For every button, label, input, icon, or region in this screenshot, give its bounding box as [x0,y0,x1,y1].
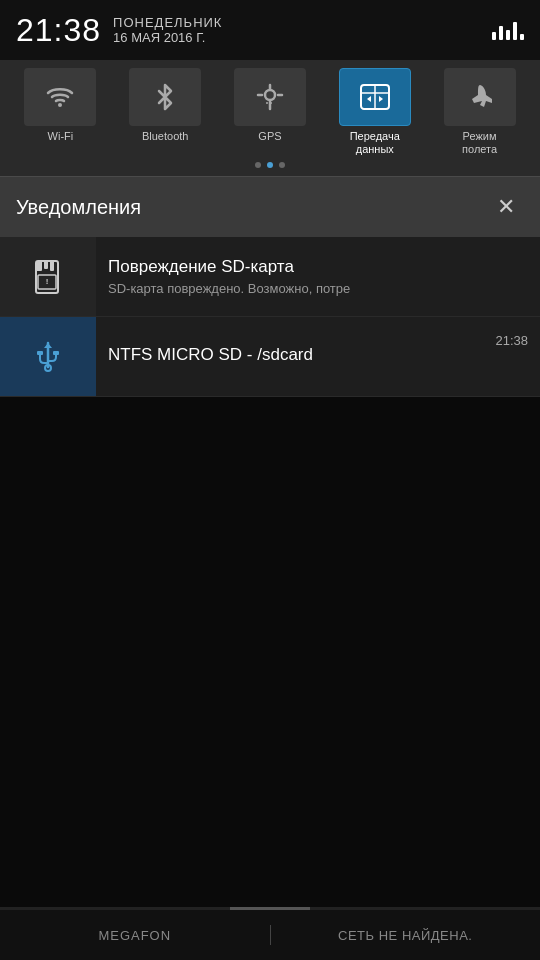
network-status: СЕТЬ НЕ НАЙДЕНА. [271,928,541,943]
svg-rect-5 [36,261,42,271]
qs-gps[interactable]: GPS [222,68,318,156]
carrier-name: MEGAFON [0,928,270,943]
usb-icon-area [0,317,96,396]
usb-icon [30,339,66,375]
airplane-icon-wrapper [444,68,516,126]
sd-damage-subtitle: SD-карта повреждено. Возможно, потре [108,281,528,296]
svg-rect-7 [50,261,54,271]
svg-rect-6 [44,261,48,269]
data-transfer-icon [357,79,393,115]
notifications-title: Уведомления [16,196,141,219]
sd-icon-area: ! [0,237,96,316]
qs-data-transfer[interactable]: Передачаданных [327,68,423,156]
qs-bluetooth[interactable]: Bluetooth [117,68,213,156]
svg-rect-11 [53,351,59,355]
sd-card-icon: ! [28,257,68,297]
dot-3 [279,162,285,168]
date-text: 16 МАЯ 2016 Г. [113,30,205,45]
wifi-icon-wrapper [24,68,96,126]
time-display: 21:38 [16,12,101,49]
svg-text:!: ! [46,277,49,286]
wifi-icon [44,81,76,113]
gps-icon-wrapper [234,68,306,126]
ntfs-sd-content: NTFS MICRO SD - /sdcard [96,317,495,396]
notification-ntfs-sd[interactable]: NTFS MICRO SD - /sdcard 21:38 [0,317,540,397]
day-name: ПОНЕДЕЛЬНИК [113,15,222,30]
bluetooth-label: Bluetooth [142,130,188,143]
bluetooth-icon [149,81,181,113]
gps-label: GPS [258,130,281,143]
data-transfer-label: Передачаданных [350,130,400,156]
bottom-bar: MEGAFON СЕТЬ НЕ НАЙДЕНА. [0,910,540,960]
gps-icon [254,81,286,113]
dot-2 [267,162,273,168]
qs-airplane[interactable]: Режимполета [432,68,528,156]
airplane-icon [464,81,496,113]
status-left: 21:38 ПОНЕДЕЛЬНИК 16 МАЯ 2016 Г. [16,12,222,49]
qs-wifi[interactable]: Wi-Fi [12,68,108,156]
quick-settings-panel: Wi-Fi Bluetooth [0,60,540,176]
notification-sd-damage[interactable]: ! Повреждение SD-карта SD-карта поврежде… [0,237,540,317]
date-info: ПОНЕДЕЛЬНИК 16 МАЯ 2016 Г. [113,15,222,45]
dot-1 [255,162,261,168]
quick-settings-icons: Wi-Fi Bluetooth [0,68,540,156]
close-notifications-button[interactable]: ✕ [488,189,524,225]
ntfs-sd-title: NTFS MICRO SD - /sdcard [108,345,483,365]
equalizer-icon [492,20,524,40]
notifications-header: Уведомления ✕ [0,176,540,237]
wifi-label: Wi-Fi [48,130,74,143]
status-bar: 21:38 ПОНЕДЕЛЬНИК 16 МАЯ 2016 Г. [0,0,540,60]
sd-damage-title: Повреждение SD-карта [108,257,528,277]
page-dots [0,156,540,172]
ntfs-sd-time: 21:38 [495,317,540,360]
airplane-label: Режимполета [462,130,497,156]
bluetooth-icon-wrapper [129,68,201,126]
data-transfer-icon-wrapper [339,68,411,126]
sd-damage-content: Повреждение SD-карта SD-карта повреждено… [96,237,540,316]
svg-point-1 [265,90,275,100]
svg-rect-10 [37,351,43,355]
svg-point-0 [58,103,62,107]
